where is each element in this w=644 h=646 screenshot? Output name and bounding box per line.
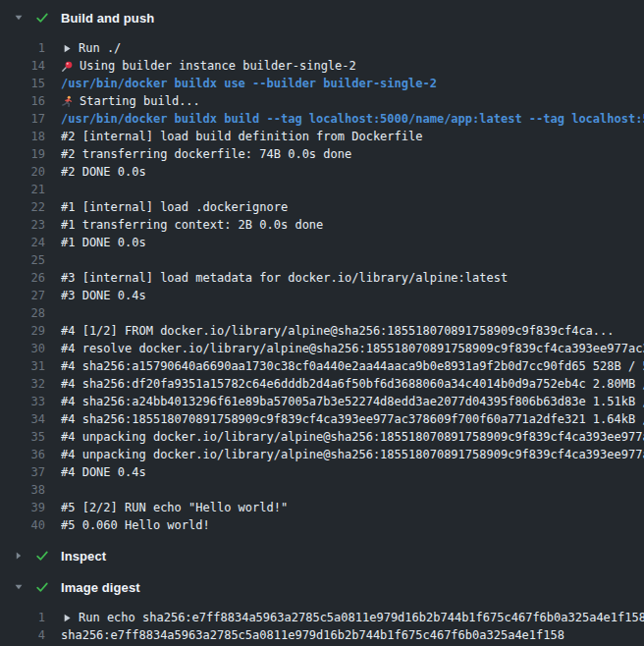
workflow-log-viewer: Build and push1Run ./14Using builder ins… [0,8,644,644]
line-number[interactable]: 25 [0,251,45,269]
line-text: #4 sha256:a24bb4013296f61e89ba57005a7b3e… [61,393,644,410]
log-line: 32#4 sha256:df20fa9351a15782c64e6dddb2d4… [0,375,644,393]
line-content: /usr/bin/docker buildx use --builder bui… [61,75,644,92]
line-text: #2 DONE 0.0s [61,163,146,181]
line-content: #1 [internal] load .dockerignore [61,198,644,216]
line-number[interactable]: 20 [0,163,45,181]
log-line: 36#4 unpacking docker.io/library/alpine@… [0,446,644,463]
log-line-run[interactable]: 1Run echo sha256:e7ff8834a5963a2785c5a08… [0,609,644,626]
line-number[interactable]: 26 [0,269,45,287]
line-content: sha256:e7ff8834a5963a2785c5a0811e979d16b… [61,626,644,644]
line-number[interactable]: 37 [0,463,45,481]
line-number[interactable]: 15 [0,75,45,92]
line-text: /usr/bin/docker buildx use --builder bui… [61,75,437,92]
line-text: #3 [internal] load metadata for docker.i… [61,269,508,287]
line-text: Using builder instance builder-single-2 [80,57,356,75]
log-line: 31#4 sha256:a15790640a6690aa1730c38cf0a4… [0,357,644,375]
line-content [61,251,644,269]
line-text: #1 transferring context: 2B 0.0s done [61,216,323,234]
line-text: #5 0.060 Hello world! [61,516,210,534]
line-number[interactable]: 36 [0,446,45,463]
line-number[interactable]: 1 [0,39,45,57]
log-block-build-and-push: 1Run ./14Using builder instance builder-… [0,39,644,534]
line-content: #4 sha256:185518070891758909c9f839cf4ca3… [61,410,644,428]
line-text: #2 transferring dockerfile: 74B 0.0s don… [61,145,351,163]
line-text: #1 DONE 0.0s [61,234,146,251]
line-content: #4 sha256:a15790640a6690aa1730c38cf0a440… [61,357,644,375]
line-content: Using builder instance builder-single-2 [61,57,644,75]
log-line: 22#1 [internal] load .dockerignore [0,198,644,216]
line-number[interactable]: 31 [0,357,45,375]
line-number[interactable]: 33 [0,393,45,410]
log-block-image-digest: 1Run echo sha256:e7ff8834a5963a2785c5a08… [0,609,644,644]
line-content: #3 DONE 0.4s [61,287,644,304]
line-number[interactable]: 1 [0,609,45,626]
line-text: #4 [1/2] FROM docker.io/library/alpine@s… [61,322,615,340]
log-line: 16Starting build... [0,92,644,110]
log-line: 18#2 [internal] load build definition fr… [0,128,644,145]
log-line: 28 [0,304,644,322]
line-content: Starting build... [61,92,644,110]
line-text: Starting build... [80,92,200,110]
section-title: Inspect [61,549,106,564]
line-content: #5 0.060 Hello world! [61,516,644,534]
line-number[interactable]: 27 [0,287,45,304]
line-number[interactable]: 17 [0,110,45,128]
log-line: 27#3 DONE 0.4s [0,287,644,304]
line-number[interactable]: 14 [0,57,45,75]
success-check-icon [35,580,49,594]
line-number[interactable]: 40 [0,516,45,534]
log-line: 23#1 transferring context: 2B 0.0s done [0,216,644,234]
chevron-down-icon [14,13,24,23]
line-number[interactable]: 24 [0,234,45,251]
section-header-build-and-push[interactable]: Build and push [0,8,644,27]
section-image-digest: Image digest1Run echo sha256:e7ff8834a59… [0,577,644,644]
line-number[interactable]: 39 [0,499,45,516]
line-text: Run ./ [79,39,121,57]
log-line: 21 [0,181,644,198]
section-header-image-digest[interactable]: Image digest [0,577,644,597]
section-title: Image digest [61,580,140,595]
line-number[interactable]: 28 [0,304,45,322]
line-number[interactable]: 38 [0,481,45,499]
chevron-right-icon [14,551,24,561]
line-number[interactable]: 18 [0,128,45,145]
line-number[interactable]: 21 [0,181,45,198]
section-header-inspect[interactable]: Inspect [0,546,644,565]
log-line: 38 [0,481,644,499]
section-build-and-push: Build and push1Run ./14Using builder ins… [0,8,644,534]
line-number[interactable]: 4 [0,626,45,644]
expand-play-icon [63,44,72,53]
success-check-icon [35,11,49,25]
line-number[interactable]: 16 [0,92,45,110]
line-text: /usr/bin/docker buildx build --tag local… [61,110,644,128]
log-line-run[interactable]: 1Run ./ [0,39,644,57]
success-check-icon [35,549,49,563]
log-line: 30#4 resolve docker.io/library/alpine@sh… [0,340,644,357]
line-number[interactable]: 34 [0,410,45,428]
line-content: #2 DONE 0.0s [61,163,644,181]
line-text: #5 [2/2] RUN echo "Hello world!" [61,499,288,516]
log-line: 29#4 [1/2] FROM docker.io/library/alpine… [0,322,644,340]
chevron-down-icon [14,582,24,592]
line-number[interactable]: 32 [0,375,45,393]
line-content [61,304,644,322]
line-text: #4 DONE 0.4s [61,463,146,481]
log-line: 17/usr/bin/docker buildx build --tag loc… [0,110,644,128]
line-number[interactable]: 35 [0,428,45,446]
line-content: /usr/bin/docker buildx build --tag local… [61,110,644,128]
log-line: 20#2 DONE 0.0s [0,163,644,181]
log-line: 40#5 0.060 Hello world! [0,516,644,534]
line-number[interactable]: 30 [0,340,45,357]
line-content: #4 sha256:df20fa9351a15782c64e6dddb2d4a6… [61,375,644,393]
line-number[interactable]: 19 [0,145,45,163]
line-number[interactable]: 23 [0,216,45,234]
line-text: #4 sha256:df20fa9351a15782c64e6dddb2d4a6… [61,375,644,393]
line-text: Run echo sha256:e7ff8834a5963a2785c5a081… [79,609,644,626]
line-number[interactable]: 22 [0,198,45,216]
log-line: 34#4 sha256:185518070891758909c9f839cf4c… [0,410,644,428]
log-line: 4sha256:e7ff8834a5963a2785c5a0811e979d16… [0,626,644,644]
line-content: #4 resolve docker.io/library/alpine@sha2… [61,340,644,357]
line-number[interactable]: 29 [0,322,45,340]
log-line: 19#2 transferring dockerfile: 74B 0.0s d… [0,145,644,163]
